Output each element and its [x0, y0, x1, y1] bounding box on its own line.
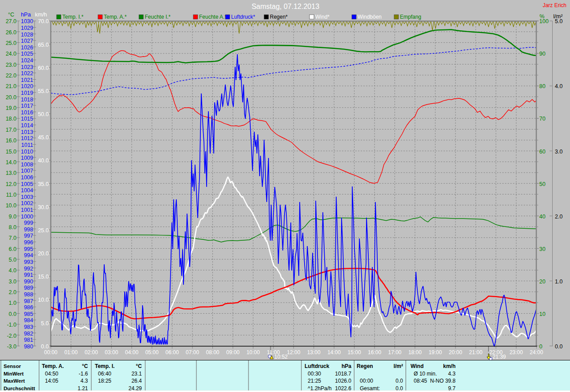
- svg-text:70: 70: [539, 116, 546, 122]
- svg-text:Wind*: Wind*: [315, 14, 330, 20]
- svg-text:985: 985: [24, 311, 33, 317]
- svg-text:00:00: 00:00: [360, 378, 373, 384]
- svg-text:27.0: 27.0: [6, 18, 16, 24]
- svg-text:1012: 1012: [21, 135, 33, 141]
- svg-text:Temp. A.: Temp. A.: [42, 363, 64, 369]
- svg-text:Jarz Erich: Jarz Erich: [543, 2, 566, 8]
- svg-text:9.0: 9.0: [9, 214, 16, 220]
- svg-text:0.0: 0.0: [395, 378, 403, 384]
- svg-text:02:00: 02:00: [85, 349, 98, 356]
- svg-text:993: 993: [24, 259, 33, 265]
- svg-text:22.0: 22.0: [6, 73, 16, 79]
- svg-text:14:05: 14:05: [45, 378, 58, 384]
- svg-text:65.0: 65.0: [38, 42, 49, 48]
- svg-text:25.0: 25.0: [6, 40, 16, 46]
- svg-text:24.0: 24.0: [6, 51, 16, 57]
- svg-text:1015: 1015: [21, 116, 33, 122]
- svg-text:55.0: 55.0: [38, 88, 49, 94]
- svg-text:5.0: 5.0: [555, 18, 562, 24]
- svg-text:1.0: 1.0: [9, 300, 16, 306]
- svg-text:1018: 1018: [21, 97, 33, 103]
- svg-text:14.0: 14.0: [6, 159, 16, 166]
- svg-text:999: 999: [24, 220, 33, 226]
- svg-text:1017: 1017: [21, 103, 33, 109]
- svg-text:19:00: 19:00: [428, 349, 442, 356]
- svg-text:-3.0: -3.0: [7, 344, 16, 350]
- svg-text:06:40: 06:40: [98, 371, 111, 377]
- svg-text:20:00: 20:00: [449, 349, 462, 356]
- svg-text:17.0: 17.0: [6, 127, 16, 133]
- svg-text:1022.6: 1022.6: [335, 385, 351, 392]
- svg-text:17:00: 17:00: [388, 349, 401, 356]
- svg-text:Samstag, 07.12.2013: Samstag, 07.12.2013: [252, 3, 319, 10]
- svg-text:Gesamt:: Gesamt:: [360, 385, 380, 392]
- svg-text:Ø 10 min.: Ø 10 min.: [414, 371, 437, 377]
- svg-text:986: 986: [24, 304, 33, 311]
- svg-text:Windböen: Windböen: [358, 14, 382, 20]
- svg-text:Temp. I.*: Temp. I.*: [62, 14, 84, 20]
- svg-text:995: 995: [24, 246, 33, 252]
- svg-text:1000: 1000: [21, 214, 33, 220]
- svg-text:Empfang: Empfang: [400, 14, 421, 20]
- svg-text:45.0: 45.0: [38, 134, 49, 141]
- svg-text:989: 989: [24, 285, 33, 291]
- svg-text:18:25: 18:25: [98, 378, 111, 384]
- svg-text:1009: 1009: [21, 155, 33, 161]
- svg-text:50.0: 50.0: [38, 111, 49, 117]
- svg-text:30.0: 30.0: [38, 204, 49, 210]
- svg-text:16.0: 16.0: [6, 137, 16, 144]
- svg-text:994: 994: [24, 252, 33, 259]
- svg-text:1029: 1029: [21, 25, 33, 31]
- svg-text:1010: 1010: [21, 149, 33, 155]
- svg-text:10.0: 10.0: [6, 202, 16, 209]
- svg-text:100: 100: [539, 18, 549, 24]
- svg-text:6.0: 6.0: [9, 246, 16, 252]
- svg-text:15:00: 15:00: [348, 349, 361, 356]
- svg-text:60: 60: [539, 149, 546, 155]
- svg-text:1004: 1004: [21, 187, 33, 194]
- svg-text:08:45: 08:45: [414, 378, 427, 384]
- svg-text:16:00: 16:00: [368, 349, 381, 356]
- svg-text:997: 997: [24, 233, 33, 239]
- svg-text:10.0: 10.0: [38, 297, 49, 303]
- svg-text:Regen*: Regen*: [270, 14, 288, 20]
- svg-text:30: 30: [539, 246, 546, 252]
- svg-text:50: 50: [539, 181, 546, 187]
- svg-text:03:00: 03:00: [105, 349, 118, 356]
- svg-text:0: 0: [539, 344, 542, 350]
- svg-text:18:00: 18:00: [408, 349, 422, 356]
- svg-text:1.0: 1.0: [555, 279, 562, 285]
- svg-text:01:00: 01:00: [64, 349, 77, 356]
- svg-text:10:00: 10:00: [246, 349, 260, 356]
- svg-text:21:00: 21:00: [469, 349, 482, 356]
- svg-text:Luftdruck: Luftdruck: [305, 363, 330, 369]
- svg-text:987: 987: [24, 298, 33, 304]
- svg-text:09:00: 09:00: [226, 349, 240, 356]
- svg-text:1006: 1006: [21, 174, 33, 181]
- svg-text:980: 980: [24, 344, 33, 350]
- svg-text:2.0: 2.0: [555, 214, 562, 220]
- svg-text:Sensor: Sensor: [4, 364, 21, 369]
- svg-text:N-NO 39.8: N-NO 39.8: [430, 378, 456, 384]
- svg-text:MaxWert: MaxWert: [4, 378, 25, 384]
- svg-text:1016: 1016: [21, 109, 33, 116]
- svg-text:24.29: 24.29: [128, 385, 142, 392]
- svg-text:21.0: 21.0: [6, 83, 16, 89]
- svg-text:5.0: 5.0: [9, 257, 16, 263]
- svg-text:Temp. I.: Temp. I.: [95, 363, 114, 369]
- svg-text:04:00: 04:00: [125, 349, 138, 356]
- svg-text:70.0: 70.0: [38, 18, 49, 24]
- svg-text:Regen: Regen: [357, 363, 373, 369]
- svg-text:23.0: 23.0: [6, 62, 16, 68]
- svg-text:8.0: 8.0: [9, 224, 16, 230]
- svg-text:20: 20: [539, 279, 546, 285]
- svg-text:00:00: 00:00: [44, 349, 57, 356]
- svg-text:1019: 1019: [21, 90, 33, 96]
- svg-text:35.0: 35.0: [38, 181, 49, 187]
- svg-text:-1.6: -1.6: [79, 371, 88, 377]
- svg-text:992: 992: [24, 266, 33, 272]
- svg-text:Luftdruck*: Luftdruck*: [231, 14, 255, 20]
- svg-text:25.0: 25.0: [38, 227, 49, 234]
- svg-text:04:50: 04:50: [45, 371, 58, 377]
- svg-text:23.1: 23.1: [131, 371, 142, 377]
